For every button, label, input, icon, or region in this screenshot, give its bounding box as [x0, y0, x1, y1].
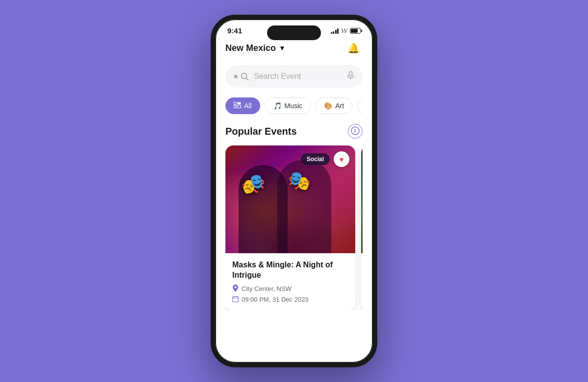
event-image-1: 🎭 🎭 Social ♥: [225, 145, 355, 253]
search-placeholder: Search Event: [254, 72, 342, 81]
chip-music[interactable]: 🎵 Music: [265, 97, 311, 114]
svg-rect-5: [234, 106, 237, 108]
event-title-1: Masks & Mingle: A Night of Intrigue: [232, 260, 348, 281]
popular-events-header: Popular Events: [225, 124, 363, 139]
notification-button[interactable]: 🔔: [344, 39, 363, 57]
dynamic-island: [267, 25, 321, 40]
music-icon: 🎵: [273, 102, 282, 110]
svg-rect-7: [238, 106, 241, 108]
favorite-button-1[interactable]: ♥: [334, 151, 349, 167]
svg-rect-6: [238, 102, 241, 105]
event-image-2-partial: [361, 145, 363, 253]
chip-drama[interactable]: 🎭 Drama: [357, 97, 363, 114]
chip-music-label: Music: [285, 102, 303, 110]
mic-icon: [346, 71, 355, 82]
wifi-icon: 𝓦: [341, 27, 347, 35]
status-icons: 𝓦: [331, 27, 361, 35]
location-pin-icon: [232, 285, 239, 293]
event-date-row: 09:00 PM, 31 Dec 2023: [232, 296, 348, 304]
calendar-icon: [232, 296, 239, 304]
mask-left: 🎭: [241, 172, 266, 195]
see-all-button[interactable]: [348, 124, 363, 139]
search-icon: ●: [233, 72, 249, 81]
phone-frame: 9:41 𝓦 New Mexico ▼ 🔔: [211, 15, 377, 367]
events-row: 🎭 🎭 Social ♥ Masks & Mingle: A Night of …: [225, 145, 363, 310]
svg-rect-4: [234, 102, 237, 105]
chip-art[interactable]: 🎨 Art: [316, 97, 352, 114]
category-chips: All 🎵 Music 🎨 Art 🎭 Drama: [225, 97, 363, 114]
social-badge: Social: [301, 153, 330, 165]
mask-right: 🎭: [288, 170, 311, 191]
event-date-text: 09:00 PM, 31 Dec 2023: [242, 296, 309, 303]
event-location-row: City Center, NSW: [232, 285, 348, 293]
svg-line-1: [246, 78, 248, 80]
section-title: Popular Events: [225, 126, 297, 137]
app-content: New Mexico ▼ 🔔 ● Search Event: [216, 39, 372, 352]
location-name: New Mexico: [225, 43, 276, 53]
heart-icon: ♥: [340, 155, 344, 164]
chip-art-label: Art: [335, 102, 344, 110]
event-info-1: Masks & Mingle: A Night of Intrigue City…: [225, 253, 355, 310]
battery-icon: [350, 28, 361, 34]
svg-rect-9: [233, 296, 239, 302]
event-card-2-partial[interactable]: Mask: [361, 145, 363, 310]
search-bar[interactable]: ● Search Event: [225, 65, 363, 88]
arrow-right-circle-icon: [351, 126, 360, 137]
chevron-down-icon: ▼: [279, 44, 286, 52]
app-header: New Mexico ▼ 🔔: [225, 39, 363, 57]
status-time: 9:41: [227, 26, 242, 35]
event-card-1[interactable]: 🎭 🎭 Social ♥ Masks & Mingle: A Night of …: [225, 145, 355, 310]
battery-fill: [351, 29, 358, 33]
bell-icon: 🔔: [347, 42, 360, 54]
location-selector[interactable]: New Mexico ▼: [225, 43, 286, 53]
all-icon: [234, 102, 241, 110]
chip-all[interactable]: All: [225, 97, 260, 114]
art-icon: 🎨: [324, 102, 332, 110]
partial-event-info: Mask: [361, 253, 363, 274]
chip-all-label: All: [244, 102, 252, 110]
svg-rect-2: [349, 72, 352, 76]
signal-icon: [331, 28, 339, 34]
event-badges: Social ♥: [301, 151, 349, 167]
event-location-text: City Center, NSW: [242, 285, 292, 292]
